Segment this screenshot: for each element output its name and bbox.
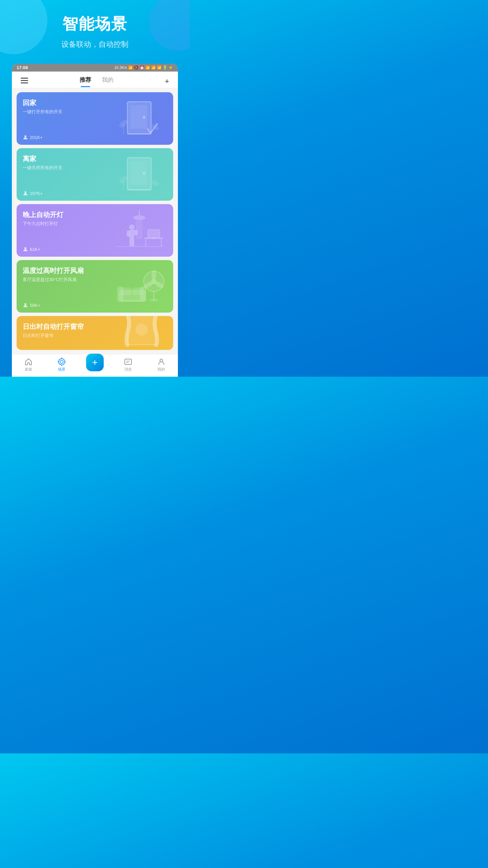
svg-rect-33	[152, 238, 156, 239]
svg-rect-58	[125, 359, 131, 364]
bottom-nav: 家庭 场景 +	[12, 354, 178, 377]
svg-rect-14	[143, 172, 145, 175]
tab-recommended[interactable]: 推荐	[80, 76, 91, 87]
scene-card-night-light-illustration	[105, 204, 173, 257]
svg-rect-24	[129, 230, 134, 240]
nav-item-message-label: 消息	[124, 367, 132, 372]
hero-subtitle: 设备联动，自动控制	[10, 39, 180, 50]
hero-title: 智能场景	[10, 14, 180, 35]
svg-rect-27	[129, 240, 132, 246]
scene-card-night-light[interactable]: 晚上自动开灯 下午六点时打开灯 61K+	[17, 204, 173, 257]
svg-point-43	[151, 270, 156, 279]
svg-rect-40	[133, 288, 143, 295]
status-time: 17:09	[17, 65, 28, 70]
nav-item-home[interactable]: 家庭	[17, 358, 40, 372]
home-nav-icon	[24, 358, 33, 366]
nav-item-mine-label: 我的	[158, 367, 165, 372]
svg-rect-0	[21, 78, 28, 79]
scene-card-leave-illustration	[105, 148, 173, 201]
app-header: 推荐 我的 +	[12, 72, 178, 88]
svg-point-53	[60, 360, 63, 363]
nav-item-message[interactable]: 消息	[116, 358, 140, 372]
nav-item-home-label: 家庭	[25, 367, 32, 372]
nav-item-add[interactable]: +	[83, 358, 107, 371]
nav-item-mine[interactable]: 我的	[149, 358, 173, 372]
svg-rect-32	[148, 230, 160, 238]
scene-card-leave[interactable]: 离家 一键关闭所有的开关 197K+	[17, 148, 173, 201]
svg-point-50	[136, 323, 148, 336]
scene-card-curtain-sunrise[interactable]: 日出时自动打开窗帘 日出时打开窗帘	[17, 316, 173, 350]
svg-point-52	[59, 359, 65, 365]
svg-point-19	[24, 247, 26, 249]
nav-item-scene-label: 场景	[58, 367, 65, 372]
svg-rect-39	[121, 288, 131, 295]
scene-list: 回家 一键打开所有的开关 201K+	[12, 88, 178, 354]
scene-card-home[interactable]: 回家 一键打开所有的开关 201K+	[17, 92, 173, 145]
svg-rect-30	[145, 239, 146, 246]
scene-card-fan-temp[interactable]: 温度过高时打开风扇 客厅温度超过30°C打开风扇 58K+	[17, 260, 173, 313]
status-bar-right: 16.3K/s 📶 🔕 ⏰ 📶 📶 📶 🔋 ⚡	[114, 65, 173, 70]
svg-rect-48	[121, 300, 142, 302]
svg-rect-6	[143, 116, 145, 119]
header-tabs: 推荐 我的	[30, 76, 163, 87]
svg-rect-25	[127, 231, 130, 237]
svg-point-3	[24, 135, 26, 137]
svg-point-61	[160, 359, 163, 362]
svg-rect-1	[21, 80, 28, 81]
header-add-button[interactable]: +	[163, 75, 171, 88]
svg-point-47	[149, 299, 159, 301]
svg-point-17	[150, 179, 160, 187]
phone-frame: 17:09 16.3K/s 📶 🔕 ⏰ 📶 📶 📶 🔋 ⚡ 推荐 我的 + 回家…	[12, 64, 178, 377]
status-info: 16.3K/s 📶 🔕 ⏰ 📶 📶 📶 🔋 ⚡	[114, 65, 173, 70]
svg-point-21	[133, 215, 145, 220]
hero-section: 智能场景 设备联动，自动控制	[0, 0, 190, 56]
svg-rect-2	[21, 82, 28, 83]
svg-point-11	[24, 191, 26, 193]
scene-nav-icon	[58, 358, 66, 366]
svg-rect-31	[161, 239, 162, 246]
tab-mine[interactable]: 我的	[102, 76, 114, 87]
svg-point-23	[129, 224, 135, 230]
status-bar: 17:09 16.3K/s 📶 🔕 ⏰ 📶 📶 📶 🔋 ⚡	[12, 64, 178, 72]
nav-item-scene[interactable]: 场景	[50, 358, 74, 372]
svg-rect-28	[132, 240, 134, 246]
mine-nav-icon	[157, 358, 165, 366]
scene-card-fan-temp-illustration	[105, 260, 173, 313]
scene-card-home-illustration	[105, 92, 173, 145]
center-add-button[interactable]: +	[86, 354, 104, 371]
menu-icon[interactable]	[19, 76, 30, 87]
message-nav-icon	[124, 358, 132, 366]
scene-card-curtain-sunrise-illustration	[105, 316, 173, 350]
svg-point-35	[24, 303, 26, 305]
svg-rect-26	[134, 230, 138, 235]
